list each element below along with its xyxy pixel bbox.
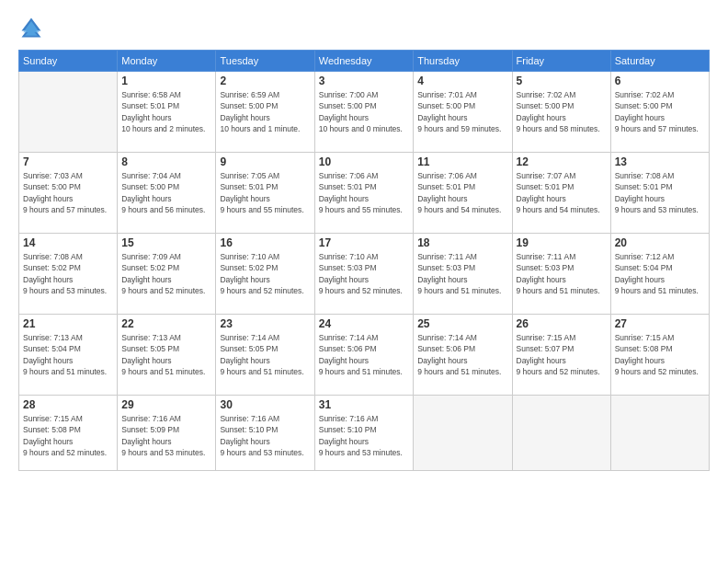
calendar-cell xyxy=(512,396,610,471)
day-info: Sunrise: 7:06 AMSunset: 5:01 PMDaylight … xyxy=(319,170,409,215)
calendar-cell: 25Sunrise: 7:14 AMSunset: 5:06 PMDayligh… xyxy=(414,315,512,396)
day-info: Sunrise: 7:13 AMSunset: 5:04 PMDaylight … xyxy=(23,332,113,377)
day-number: 10 xyxy=(319,155,409,168)
day-number: 12 xyxy=(517,155,607,168)
calendar-cell: 12Sunrise: 7:07 AMSunset: 5:01 PMDayligh… xyxy=(512,153,610,234)
calendar-cell: 21Sunrise: 7:13 AMSunset: 5:04 PMDayligh… xyxy=(19,315,118,396)
day-number: 29 xyxy=(121,398,211,411)
day-number: 7 xyxy=(23,155,113,168)
day-info: Sunrise: 7:16 AMSunset: 5:10 PMDaylight … xyxy=(319,413,409,458)
day-info: Sunrise: 7:15 AMSunset: 5:07 PMDaylight … xyxy=(517,332,607,377)
day-info: Sunrise: 7:15 AMSunset: 5:08 PMDaylight … xyxy=(615,332,705,377)
day-number: 31 xyxy=(319,398,409,411)
day-number: 13 xyxy=(615,155,705,168)
day-info: Sunrise: 7:14 AMSunset: 5:06 PMDaylight … xyxy=(417,332,507,377)
day-number: 17 xyxy=(319,236,409,249)
day-info: Sunrise: 7:11 AMSunset: 5:03 PMDaylight … xyxy=(417,251,507,296)
calendar-cell xyxy=(19,72,118,153)
day-info: Sunrise: 7:12 AMSunset: 5:04 PMDaylight … xyxy=(615,251,705,296)
day-info: Sunrise: 7:04 AMSunset: 5:00 PMDaylight … xyxy=(121,170,211,215)
calendar-week-2: 7Sunrise: 7:03 AMSunset: 5:00 PMDaylight… xyxy=(19,153,710,234)
calendar-cell: 7Sunrise: 7:03 AMSunset: 5:00 PMDaylight… xyxy=(19,153,118,234)
day-number: 24 xyxy=(319,317,409,330)
day-number: 26 xyxy=(517,317,607,330)
weekday-header-monday: Monday xyxy=(118,51,216,72)
calendar-cell: 2Sunrise: 6:59 AMSunset: 5:00 PMDaylight… xyxy=(216,72,314,153)
header xyxy=(18,15,710,40)
day-number: 18 xyxy=(417,236,507,249)
calendar-cell: 28Sunrise: 7:15 AMSunset: 5:08 PMDayligh… xyxy=(19,396,118,471)
calendar-cell xyxy=(610,396,709,471)
logo xyxy=(18,15,48,40)
calendar-cell: 16Sunrise: 7:10 AMSunset: 5:02 PMDayligh… xyxy=(216,234,314,315)
day-info: Sunrise: 7:02 AMSunset: 5:00 PMDaylight … xyxy=(615,89,705,134)
day-info: Sunrise: 7:03 AMSunset: 5:00 PMDaylight … xyxy=(23,170,113,215)
day-info: Sunrise: 7:02 AMSunset: 5:00 PMDaylight … xyxy=(517,89,607,134)
day-number: 22 xyxy=(121,317,211,330)
calendar-cell: 5Sunrise: 7:02 AMSunset: 5:00 PMDaylight… xyxy=(512,72,610,153)
calendar-week-4: 21Sunrise: 7:13 AMSunset: 5:04 PMDayligh… xyxy=(19,315,710,396)
calendar-cell xyxy=(414,396,512,471)
calendar-cell: 19Sunrise: 7:11 AMSunset: 5:03 PMDayligh… xyxy=(512,234,610,315)
calendar-cell: 17Sunrise: 7:10 AMSunset: 5:03 PMDayligh… xyxy=(314,234,413,315)
day-info: Sunrise: 7:13 AMSunset: 5:05 PMDaylight … xyxy=(121,332,211,377)
weekday-header-tuesday: Tuesday xyxy=(216,51,314,72)
calendar-table: SundayMondayTuesdayWednesdayThursdayFrid… xyxy=(18,50,710,471)
day-number: 8 xyxy=(121,155,211,168)
weekday-header-friday: Friday xyxy=(512,51,610,72)
day-number: 27 xyxy=(615,317,705,330)
day-number: 5 xyxy=(517,75,607,87)
day-info: Sunrise: 7:08 AMSunset: 5:01 PMDaylight … xyxy=(615,170,705,215)
calendar-cell: 27Sunrise: 7:15 AMSunset: 5:08 PMDayligh… xyxy=(610,315,709,396)
calendar-week-3: 14Sunrise: 7:08 AMSunset: 5:02 PMDayligh… xyxy=(19,234,710,315)
day-number: 9 xyxy=(220,155,310,168)
day-number: 4 xyxy=(417,75,507,87)
day-info: Sunrise: 7:10 AMSunset: 5:03 PMDaylight … xyxy=(319,251,409,296)
calendar-cell: 15Sunrise: 7:09 AMSunset: 5:02 PMDayligh… xyxy=(118,234,216,315)
day-number: 30 xyxy=(220,398,310,411)
day-info: Sunrise: 7:16 AMSunset: 5:10 PMDaylight … xyxy=(220,413,310,458)
weekday-header-sunday: Sunday xyxy=(19,51,118,72)
day-number: 28 xyxy=(23,398,113,411)
logo-icon xyxy=(18,15,44,40)
calendar-cell: 8Sunrise: 7:04 AMSunset: 5:00 PMDaylight… xyxy=(118,153,216,234)
day-info: Sunrise: 7:06 AMSunset: 5:01 PMDaylight … xyxy=(417,170,507,215)
day-info: Sunrise: 6:59 AMSunset: 5:00 PMDaylight … xyxy=(220,89,310,134)
day-number: 1 xyxy=(121,75,211,87)
day-number: 25 xyxy=(417,317,507,330)
calendar-cell: 11Sunrise: 7:06 AMSunset: 5:01 PMDayligh… xyxy=(414,153,512,234)
day-info: Sunrise: 7:15 AMSunset: 5:08 PMDaylight … xyxy=(23,413,113,458)
day-info: Sunrise: 6:58 AMSunset: 5:01 PMDaylight … xyxy=(121,89,211,134)
day-info: Sunrise: 7:14 AMSunset: 5:06 PMDaylight … xyxy=(319,332,409,377)
day-number: 11 xyxy=(417,155,507,168)
calendar-cell: 24Sunrise: 7:14 AMSunset: 5:06 PMDayligh… xyxy=(314,315,413,396)
day-number: 14 xyxy=(23,236,113,249)
calendar-cell: 10Sunrise: 7:06 AMSunset: 5:01 PMDayligh… xyxy=(314,153,413,234)
day-info: Sunrise: 7:10 AMSunset: 5:02 PMDaylight … xyxy=(220,251,310,296)
calendar-week-5: 28Sunrise: 7:15 AMSunset: 5:08 PMDayligh… xyxy=(19,396,710,471)
day-number: 15 xyxy=(121,236,211,249)
calendar-cell: 18Sunrise: 7:11 AMSunset: 5:03 PMDayligh… xyxy=(414,234,512,315)
day-number: 2 xyxy=(220,75,310,87)
calendar-week-1: 1Sunrise: 6:58 AMSunset: 5:01 PMDaylight… xyxy=(19,72,710,153)
day-info: Sunrise: 7:01 AMSunset: 5:00 PMDaylight … xyxy=(417,89,507,134)
calendar-cell: 31Sunrise: 7:16 AMSunset: 5:10 PMDayligh… xyxy=(314,396,413,471)
day-info: Sunrise: 7:16 AMSunset: 5:09 PMDaylight … xyxy=(121,413,211,458)
day-info: Sunrise: 7:08 AMSunset: 5:02 PMDaylight … xyxy=(23,251,113,296)
day-number: 20 xyxy=(615,236,705,249)
day-info: Sunrise: 7:07 AMSunset: 5:01 PMDaylight … xyxy=(517,170,607,215)
day-number: 16 xyxy=(220,236,310,249)
calendar-cell: 23Sunrise: 7:14 AMSunset: 5:05 PMDayligh… xyxy=(216,315,314,396)
calendar-cell: 13Sunrise: 7:08 AMSunset: 5:01 PMDayligh… xyxy=(610,153,709,234)
day-info: Sunrise: 7:11 AMSunset: 5:03 PMDaylight … xyxy=(517,251,607,296)
day-number: 23 xyxy=(220,317,310,330)
calendar-cell: 14Sunrise: 7:08 AMSunset: 5:02 PMDayligh… xyxy=(19,234,118,315)
calendar-cell: 3Sunrise: 7:00 AMSunset: 5:00 PMDaylight… xyxy=(314,72,413,153)
calendar-cell: 4Sunrise: 7:01 AMSunset: 5:00 PMDaylight… xyxy=(414,72,512,153)
day-info: Sunrise: 7:09 AMSunset: 5:02 PMDaylight … xyxy=(121,251,211,296)
calendar-cell: 1Sunrise: 6:58 AMSunset: 5:01 PMDaylight… xyxy=(118,72,216,153)
calendar-cell: 29Sunrise: 7:16 AMSunset: 5:09 PMDayligh… xyxy=(118,396,216,471)
weekday-header-thursday: Thursday xyxy=(414,51,512,72)
day-number: 3 xyxy=(319,75,409,87)
calendar-header-row: SundayMondayTuesdayWednesdayThursdayFrid… xyxy=(19,51,710,72)
